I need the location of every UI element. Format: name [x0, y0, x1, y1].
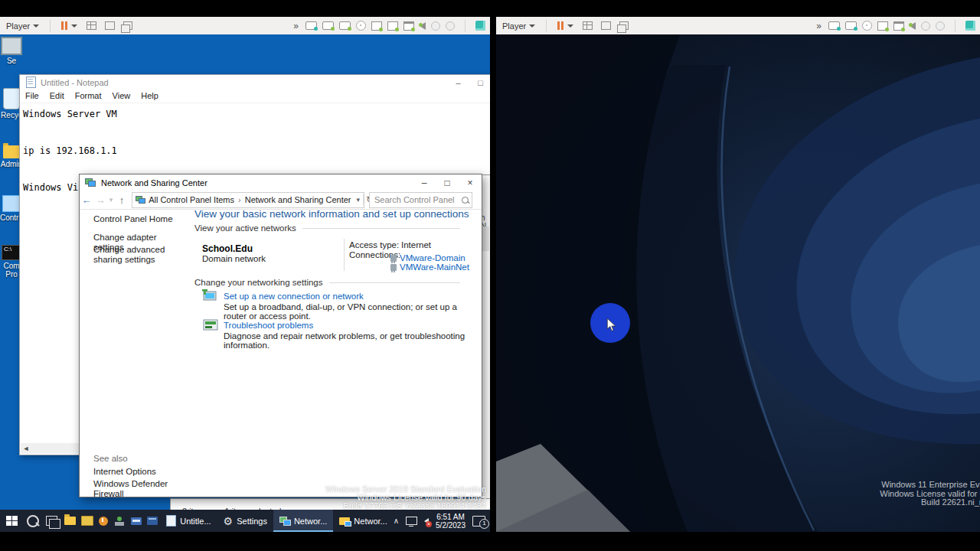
fullscreen-button[interactable] [101, 18, 118, 33]
task-link-troubleshoot-problems[interactable]: Troubleshoot problems [224, 321, 313, 330]
up-button[interactable]: ↑ [115, 194, 129, 206]
toolbar-divider [465, 20, 466, 32]
hard-disk-icon[interactable] [322, 21, 334, 30]
network-adapter-icon[interactable] [387, 21, 398, 31]
chevron-down-icon [529, 24, 535, 28]
toolbar-divider [955, 20, 956, 32]
hard-disk-icon[interactable] [828, 21, 840, 30]
see-also-windows-defender-firewall[interactable]: Windows Defender Firewall [93, 479, 184, 499]
player-menu-button[interactable]: Player [496, 17, 541, 34]
control-panel-icon [2, 195, 21, 212]
file-explorer-button[interactable] [61, 510, 79, 532]
see-also-label: See also [93, 454, 184, 464]
menu-view[interactable]: View [107, 90, 136, 103]
see-also-internet-options[interactable]: Internet Options [93, 467, 184, 477]
toolbar-divider [50, 20, 51, 32]
task-link-setup-new-connection[interactable]: Set up a new connection or network [224, 292, 364, 301]
notepad-titlebar[interactable]: Untitled - Notepad – □ [20, 75, 490, 90]
recent-pages-dropdown-icon[interactable]: ▾ [107, 196, 115, 204]
sidebar-item-control-panel-home[interactable]: Control Panel Home [93, 214, 184, 224]
task-view-button[interactable] [42, 510, 61, 532]
scrollbar-fragment[interactable] [482, 227, 489, 251]
network-adapter-icon[interactable] [877, 21, 888, 31]
breadcrumb-separator: › [237, 195, 243, 204]
usb-device-icon[interactable] [431, 21, 440, 31]
network-sharing-center-icon [279, 517, 290, 526]
window-titlebar[interactable]: Network and Sharing Center – □ × [80, 174, 482, 191]
fullscreen-button[interactable] [597, 18, 614, 33]
pinned-app-network-tool[interactable] [112, 510, 128, 532]
notification-badge: 1 [479, 519, 489, 529]
tray-overflow-chevron-icon[interactable]: ∧ [394, 517, 399, 525]
printer-icon[interactable] [893, 21, 904, 31]
expand-toolbar-icon[interactable]: » [816, 21, 822, 31]
taskbar-search-button[interactable] [24, 510, 43, 532]
desktop-icon-label: Se [0, 57, 23, 65]
search-input[interactable] [373, 194, 462, 205]
menu-file[interactable]: File [20, 90, 44, 103]
scroll-left-icon[interactable]: ◄ [21, 445, 31, 452]
close-button[interactable]: × [459, 174, 482, 191]
desktop-icon-server-manager[interactable]: Se [0, 37, 23, 65]
thumbnail-bar-icon[interactable] [965, 21, 975, 31]
pinned-app-printer[interactable] [128, 510, 144, 532]
taskbar-button-notepad[interactable]: Untitle... [160, 510, 217, 532]
hard-disk-icon[interactable] [305, 21, 317, 30]
action-center-icon[interactable]: 1 [472, 516, 485, 527]
address-bar[interactable]: « All Control Panel Items › Network and … [132, 192, 364, 208]
send-ctrl-alt-del-button[interactable] [579, 18, 596, 33]
menu-edit[interactable]: Edit [44, 90, 70, 103]
thumbnail-bar-icon[interactable] [475, 21, 485, 31]
pause-vm-button[interactable] [61, 21, 67, 30]
network-tray-icon[interactable] [406, 517, 417, 525]
breadcrumb-all-control-panel-items[interactable]: All Control Panel Items [146, 195, 237, 204]
send-ctrl-alt-del-button[interactable] [83, 18, 100, 33]
hard-disk-icon[interactable] [339, 21, 351, 30]
forward-button[interactable]: → [93, 194, 107, 206]
pinned-app-admin-tool[interactable] [144, 510, 160, 532]
address-dropdown-icon[interactable]: ▾ [353, 196, 363, 204]
start-button[interactable] [0, 510, 24, 532]
printer-icon[interactable] [403, 21, 414, 31]
maximize-button[interactable]: □ [469, 75, 490, 90]
sound-device-icon[interactable] [910, 22, 916, 30]
taskbar-button-network-sharing[interactable]: Networ... [273, 510, 333, 532]
pinned-app-server-manager[interactable] [80, 510, 96, 532]
player-menu-button[interactable]: Player [0, 17, 45, 34]
network-name: School.Edu [202, 243, 253, 254]
sound-device-icon[interactable] [420, 22, 426, 30]
hard-disk-icon[interactable] [845, 21, 857, 30]
minimize-button[interactable]: – [447, 75, 469, 90]
unity-mode-button[interactable] [119, 18, 136, 33]
cd-dvd-icon[interactable] [356, 21, 366, 31]
connection-link-vmware-mainnet[interactable]: VMWare-MainNet [400, 262, 469, 272]
maximize-button[interactable]: □ [436, 174, 459, 191]
task-description: Diagnose and repair network problems, or… [224, 331, 482, 350]
expand-toolbar-icon[interactable]: » [293, 21, 299, 31]
sidebar-item-change-advanced-sharing[interactable]: Change advanced sharing settings [93, 245, 184, 265]
network-adapter-icon[interactable] [371, 21, 382, 31]
pause-vm-button[interactable] [557, 21, 564, 30]
usb-device-icon[interactable] [446, 21, 455, 31]
pause-dropdown-icon[interactable] [567, 24, 573, 28]
cd-dvd-icon[interactable] [862, 21, 872, 31]
text-line [23, 123, 488, 142]
back-button[interactable]: ← [80, 194, 93, 206]
page-title: View your basic network information and … [194, 208, 469, 220]
folder-icon [3, 145, 20, 158]
pause-dropdown-icon[interactable] [71, 24, 77, 28]
taskbar-button-label: Networ... [354, 517, 387, 526]
menu-format[interactable]: Format [70, 90, 107, 103]
breadcrumb-network-sharing-center[interactable]: Network and Sharing Center [243, 195, 354, 204]
taskbar-clock[interactable]: 6:51 AM 5/2/2023 [436, 513, 466, 530]
taskbar-button-network-connections[interactable]: Networ... [333, 510, 393, 532]
usb-device-icon[interactable] [921, 21, 930, 31]
volume-muted-icon[interactable]: × [424, 518, 429, 524]
menu-help[interactable]: Help [136, 90, 164, 103]
search-box[interactable] [369, 192, 472, 208]
taskbar-button-settings[interactable]: ⚙ Settings [217, 510, 273, 532]
minimize-button[interactable]: – [413, 174, 436, 191]
unity-mode-button[interactable] [616, 18, 632, 33]
usb-device-icon[interactable] [936, 21, 945, 31]
pinned-app-scheduler[interactable] [96, 510, 112, 532]
